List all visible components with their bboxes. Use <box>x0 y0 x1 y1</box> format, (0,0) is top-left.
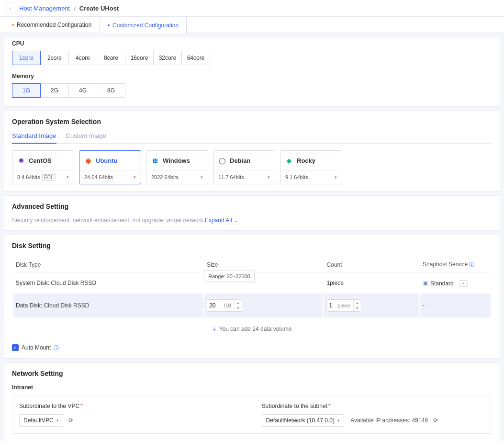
refresh-icon[interactable]: ⟳ <box>433 417 438 424</box>
size-unit: GB <box>224 303 234 308</box>
count-unit: piece <box>337 303 353 308</box>
network-panel-title: Network Setting <box>12 370 492 377</box>
disk-setting-panel: Disk Setting Disk Type Size Count Snapho… <box>4 235 500 359</box>
info-icon[interactable]: ⓘ <box>54 344 59 351</box>
chevron-down-icon: ▾ <box>268 175 270 180</box>
spin-up-icon[interactable]: ▲ <box>354 300 361 305</box>
memory-option-4g[interactable]: 4G <box>68 83 97 98</box>
debian-icon: ◯ <box>218 157 226 164</box>
breadcrumb-current: Create UHost <box>79 5 119 12</box>
tab-dot-icon <box>12 24 14 26</box>
intranet-subtitle: Intranet <box>12 384 492 391</box>
data-disk-size-input[interactable]: GB ▲▼ <box>207 299 242 312</box>
tab-customized-config[interactable]: Customized Configuration <box>100 17 187 33</box>
os-version-select-ubuntu[interactable]: 24.04 64bits▾ <box>79 170 141 184</box>
add-volume-row: +You can add 24 data volume <box>12 318 492 339</box>
chevron-down-icon: ▾ <box>67 175 69 180</box>
spin-up-icon[interactable]: ▲ <box>235 300 242 305</box>
os-version-select-centos[interactable]: 8.4 64bitsEOL▾ <box>12 170 74 184</box>
chevron-down-icon: ▾ <box>56 418 59 423</box>
add-volume-button[interactable]: +You can add 24 data volume <box>213 325 292 333</box>
data-disk-count-input[interactable]: piece ▲▼ <box>326 299 361 312</box>
tab-dot-icon <box>108 24 110 26</box>
subtab-custom-image[interactable]: Custom Image <box>66 132 107 143</box>
auto-mount-row: ✓ Auto Mount ⓘ <box>12 344 492 351</box>
auto-mount-label: Auto Mount <box>22 344 51 351</box>
required-star: * <box>80 403 83 409</box>
os-name: Ubuntu <box>96 157 117 164</box>
count-spinner[interactable]: ▲▼ <box>353 300 361 311</box>
memory-option-1g[interactable]: 1G <box>12 83 41 98</box>
data-disk-size-field[interactable] <box>207 302 224 309</box>
vpc-select[interactable]: DefaultVPC▾ <box>19 414 63 427</box>
subnet-select[interactable]: DefaultNetwork (10.47.0.0)▾ <box>262 414 344 427</box>
os-card-rocky[interactable]: ◆Rocky 9.1 64bits▾ <box>280 150 342 184</box>
auto-mount-checkbox[interactable]: ✓ <box>12 344 19 351</box>
breadcrumb-parent-link[interactable]: Host Management <box>19 5 70 12</box>
cpu-option-group: 1core 2core 4core 8core 16core 32core 64… <box>12 51 492 65</box>
system-disk-count: 1piece <box>324 273 419 293</box>
cpu-option-1core[interactable]: 1core <box>12 51 41 65</box>
snapshot-icon: ▦ <box>423 281 428 286</box>
disk-col-snapshot: Snaphost Service ⓘ <box>420 257 491 272</box>
os-grid: ✹CentOS 8.4 64bitsEOL▾ ◉Ubuntu 24.04 64b… <box>12 150 492 184</box>
system-disk-row: System Disk: Cloud Disk RSSD Range: 20~3… <box>13 273 491 293</box>
os-version-select-rocky[interactable]: 9.1 64bits▾ <box>280 170 342 184</box>
cpu-option-64core[interactable]: 64core <box>181 51 210 65</box>
os-version-text: 8.4 64bits <box>17 174 40 180</box>
subnet-select-value: DefaultNetwork (10.47.0.0) <box>266 417 335 424</box>
ubuntu-icon: ◉ <box>84 157 92 164</box>
memory-option-8g[interactable]: 8G <box>97 83 125 98</box>
disk-col-count: Count <box>324 257 419 272</box>
os-version-select-debian[interactable]: 11.7 64bits▾ <box>213 170 275 184</box>
data-disk-label: Data Disk: <box>16 302 42 309</box>
os-card-ubuntu[interactable]: ◉Ubuntu 24.04 64bits▾ <box>79 150 141 184</box>
data-disk-count-field[interactable] <box>327 302 337 309</box>
refresh-icon[interactable]: ⟳ <box>68 417 73 424</box>
spin-down-icon[interactable]: ▼ <box>354 305 361 311</box>
centos-icon: ✹ <box>17 157 25 164</box>
required-star: * <box>328 403 331 409</box>
os-card-debian[interactable]: ◯Debian 11.7 64bits▾ <box>213 150 275 184</box>
os-version-text: 2022 64bits <box>151 174 179 180</box>
cpu-label: CPU <box>12 40 492 47</box>
chevron-down-icon: ▾ <box>337 418 340 423</box>
chevron-down-icon: ⌄ <box>234 218 238 223</box>
back-button[interactable]: ‹ <box>5 3 15 13</box>
system-disk-value: Cloud Disk RSSD <box>51 280 96 286</box>
os-card-windows[interactable]: ⊞Windows 2022 64bits▾ <box>146 150 208 184</box>
cpu-option-4core[interactable]: 4core <box>68 51 97 65</box>
cpu-option-16core[interactable]: 16core <box>125 51 154 65</box>
data-disk-row: Data Disk: Cloud Disk RSSD GB ▲▼ piece ▲… <box>13 294 491 317</box>
vpc-select-value: DefaultVPC <box>23 417 54 424</box>
disk-panel-title: Disk Setting <box>12 242 492 249</box>
os-panel-title: Operation System Selection <box>12 118 492 125</box>
memory-label: Memory <box>12 73 492 79</box>
info-icon[interactable]: ⓘ <box>469 261 474 267</box>
os-version-text: 9.1 64bits <box>285 174 308 180</box>
memory-option-2g[interactable]: 2G <box>40 83 69 98</box>
chevron-down-icon: ▾ <box>134 175 136 180</box>
os-name: Rocky <box>297 157 315 164</box>
tab-recommended-config[interactable]: Recommended Configuration <box>4 17 100 33</box>
data-disk-value: Cloud Disk RSSD <box>44 302 90 309</box>
cpu-option-8core[interactable]: 8core <box>97 51 125 65</box>
cpu-option-32core[interactable]: 32core <box>153 51 182 65</box>
advanced-panel-title: Advanced Setting <box>12 203 492 210</box>
available-ip-text: Available IP addresses: 49149 <box>350 417 428 424</box>
windows-icon: ⊞ <box>151 157 159 164</box>
basic-config-panel: CPU 1core 2core 4core 8core 16core 32cor… <box>4 37 500 107</box>
spin-down-icon[interactable]: ▼ <box>235 305 242 311</box>
os-version-select-windows[interactable]: 2022 64bits▾ <box>146 170 208 184</box>
disk-table: Disk Type Size Count Snaphost Service ⓘ … <box>12 256 492 318</box>
system-disk-snapshot: Standard <box>430 280 454 287</box>
expand-all-link[interactable]: Expand All <box>205 217 232 224</box>
network-setting-panel: Network Setting Intranet Subordinate to … <box>4 362 500 441</box>
size-spinner[interactable]: ▲▼ <box>234 300 242 311</box>
disk-col-type: Disk Type <box>13 257 203 272</box>
os-card-centos[interactable]: ✹CentOS 8.4 64bitsEOL▾ <box>12 150 74 184</box>
subtab-standard-image[interactable]: Standard Image <box>12 132 56 143</box>
snapshot-toggle[interactable]: • <box>459 280 468 287</box>
cpu-option-2core[interactable]: 2core <box>40 51 69 65</box>
config-tabs: Recommended Configuration Customized Con… <box>0 17 504 33</box>
